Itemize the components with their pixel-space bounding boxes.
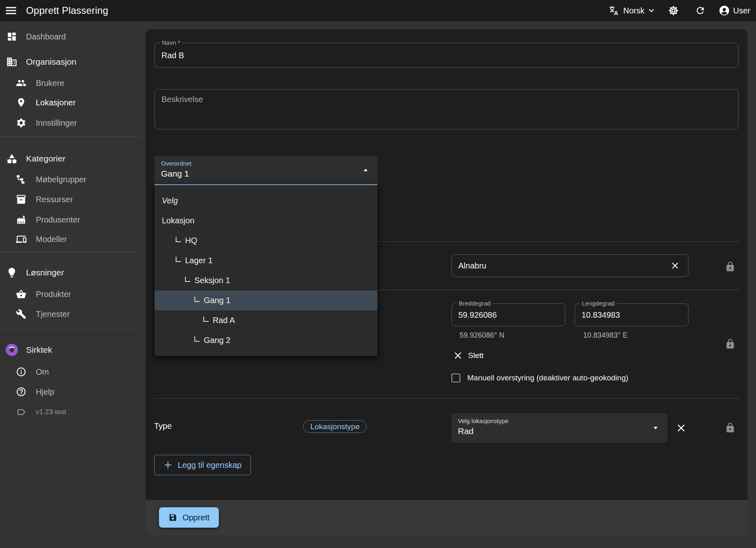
save-icon: [168, 513, 177, 522]
sidebar-item-innstillinger[interactable]: Innstillinger: [0, 113, 140, 133]
chevron-down-icon: [648, 8, 655, 13]
location-type-chip[interactable]: Lokasjonstype: [303, 420, 367, 433]
parent-option-gang-1[interactable]: Gang 1: [155, 290, 377, 310]
location-type-select-label: Velg lokasjonstype: [458, 417, 508, 424]
parent-option-velg[interactable]: Velg: [155, 191, 377, 211]
latitude-field[interactable]: Breddegrad 59.926086: [451, 303, 565, 326]
checkbox-unchecked-icon[interactable]: [451, 373, 460, 382]
sidebar-item-version: v1.23-test: [0, 402, 140, 422]
parent-option-hq[interactable]: HQ: [155, 231, 377, 251]
manual-override-label: Manuell overstyring (deaktiver auto-geok…: [467, 373, 628, 382]
tree-branch-icon: [194, 297, 200, 302]
sirktek-logo: [6, 344, 18, 356]
sidebar-section-kategorier[interactable]: Kategorier: [0, 149, 140, 168]
parent-option-seksjon-1[interactable]: Seksjon 1: [155, 271, 377, 290]
account-icon: [719, 5, 730, 16]
clear-type-icon[interactable]: [676, 423, 686, 433]
parent-select[interactable]: Overordnet Gang 1: [155, 156, 377, 185]
tree-branch-icon: [203, 317, 209, 322]
form-footer: Opprett: [146, 500, 747, 535]
parent-select-label: Overordnet: [161, 160, 192, 167]
solutions-icon: [6, 267, 18, 278]
latitude-helper: 59.926086° N: [460, 331, 504, 340]
sidebar-divider: [0, 328, 140, 328]
address-field[interactable]: Alnabru: [451, 254, 688, 277]
locations-icon: [15, 97, 27, 108]
longitude-label: Lengdegrad: [580, 300, 617, 307]
users-icon: [15, 78, 27, 88]
sidebar-item-lokasjoner[interactable]: Lokasjoner: [0, 93, 140, 112]
sidebar-item-brukere[interactable]: Brukere: [0, 73, 140, 93]
lock-icon: [725, 422, 736, 433]
add-property-button[interactable]: Legg til egenskap: [154, 455, 251, 475]
sidebar-item-tjenester[interactable]: Tjenester: [0, 304, 140, 324]
dropdown-collapse-icon: [361, 166, 370, 175]
parent-option-lokasjon[interactable]: Lokasjon: [155, 211, 377, 231]
name-field-value: Rad B: [161, 51, 184, 60]
furniture-groups-icon: [15, 174, 27, 185]
delete-coordinates-button[interactable]: Slett: [453, 349, 484, 362]
manual-override-checkbox-row[interactable]: Manuell overstyring (deaktiver auto-geok…: [451, 373, 628, 382]
create-button[interactable]: Opprett: [159, 507, 219, 528]
categories-icon: [6, 153, 18, 164]
manufacturers-icon: [15, 214, 27, 225]
menu-icon[interactable]: [6, 5, 16, 16]
location-type-select[interactable]: Velg lokasjonstype Rad: [451, 413, 667, 443]
settings-icon: [15, 118, 27, 128]
sidebar-item-dashboard[interactable]: Dashboard: [0, 27, 140, 46]
translate-icon: A: [608, 5, 620, 16]
user-menu[interactable]: User: [719, 5, 752, 16]
products-icon: [15, 289, 27, 299]
sidebar: Dashboard Organisasjon Brukere Lokasjone…: [0, 21, 140, 548]
refresh-icon[interactable]: [692, 2, 708, 19]
svg-text:A: A: [614, 10, 618, 16]
longitude-value: 10.834983: [582, 310, 620, 320]
sidebar-divider: [0, 252, 140, 252]
dropdown-expand-icon: [651, 424, 660, 432]
tree-branch-icon: [194, 336, 200, 342]
sidebar-section-organisasjon[interactable]: Organisasjon: [0, 52, 140, 72]
name-field-label: Navn *: [160, 39, 182, 46]
sidebar-item-modeller[interactable]: Modeller: [0, 229, 140, 249]
app-bar: Opprett Plassering A Norsk: [0, 0, 756, 21]
create-placement-form: Navn * Rad B Beskrivelse Overordnet Gang…: [146, 29, 747, 535]
sidebar-divider: [0, 136, 140, 137]
parent-option-gang-2[interactable]: Gang 2: [155, 330, 377, 350]
sidebar-item-hjelp[interactable]: Hjelp: [0, 382, 140, 402]
models-icon: [15, 234, 27, 245]
latitude-value: 59.926086: [458, 310, 497, 320]
parent-option-rad-a[interactable]: Rad A: [155, 310, 377, 330]
organization-icon: [6, 56, 18, 68]
tree-branch-icon: [176, 257, 181, 262]
sidebar-item-ressurser[interactable]: Ressurser: [0, 190, 140, 209]
language-selector[interactable]: A Norsk: [608, 5, 655, 16]
sidebar-item-om[interactable]: Om: [0, 362, 140, 382]
clear-address-icon[interactable]: [670, 261, 680, 271]
parent-option-lager-1[interactable]: Lager 1: [155, 251, 377, 271]
version-icon: [15, 407, 27, 417]
description-placeholder: Beskrivelse: [161, 95, 203, 104]
dashboard-icon: [6, 31, 18, 42]
theme-icon[interactable]: [665, 2, 682, 19]
sidebar-section-sirktek[interactable]: Sirktek: [0, 340, 140, 360]
name-field[interactable]: Navn * Rad B: [155, 43, 739, 68]
sidebar-item-mobelgrupper[interactable]: Møbelgrupper: [0, 170, 140, 189]
sidebar-item-produkter[interactable]: Produkter: [0, 284, 140, 304]
page-title: Opprett Plassering: [26, 5, 108, 16]
resources-icon: [15, 194, 27, 205]
parent-select-menu: Velg Lokasjon HQ Lager 1 Seksjon 1 Gang …: [155, 185, 377, 356]
type-row-label: Type: [154, 421, 172, 431]
description-field[interactable]: Beskrivelse: [155, 89, 739, 129]
longitude-helper: 10.834983° E: [583, 331, 627, 340]
form-divider: [155, 398, 740, 399]
longitude-field[interactable]: Lengdegrad 10.834983: [575, 303, 688, 326]
add-icon: [163, 461, 172, 469]
user-label: User: [733, 6, 750, 15]
tree-branch-icon: [185, 277, 190, 282]
services-icon: [15, 309, 27, 319]
tree-branch-icon: [176, 237, 181, 242]
address-field-value: Alnabru: [458, 261, 486, 271]
sidebar-item-produsenter[interactable]: Produsenter: [0, 210, 140, 229]
lock-icon: [725, 261, 736, 272]
sidebar-section-losninger[interactable]: Løsninger: [0, 263, 140, 282]
